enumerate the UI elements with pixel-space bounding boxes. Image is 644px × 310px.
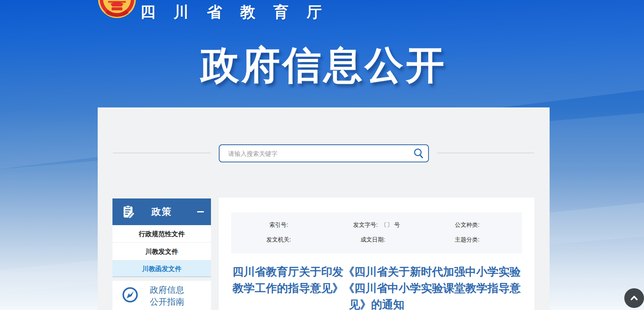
document-meta-box: 索引号: 发文字号: 〔〕 号 公文种类: 发文机关: 成文日期: 主题分类: [231, 212, 522, 253]
sidebar-section-guide[interactable]: 政府信息公开指南 [112, 281, 211, 310]
sidebar-guide-title: 政府信息公开指南 [150, 284, 188, 308]
compass-icon [121, 286, 139, 305]
sidebar-gap [112, 277, 211, 281]
divider-line [437, 153, 534, 153]
national-emblem-icon[interactable] [98, 0, 136, 19]
search-box [219, 144, 429, 162]
meta-issue-date: 成文日期: [330, 236, 424, 244]
national-emblem-graphic [98, 0, 136, 19]
sidebar-menu: 行政规范性文件 川教发文件 川教函发文件 [112, 225, 211, 277]
meta-value [483, 236, 487, 244]
meta-value [291, 221, 296, 229]
meta-label: 成文日期: [361, 236, 385, 244]
meta-value [388, 236, 392, 244]
meta-label: 发文字号: [353, 221, 378, 229]
meta-issuing-agency: 发文机关: [235, 236, 330, 244]
site-name[interactable]: 四川省教育厅 [140, 2, 340, 23]
search-icon [413, 148, 424, 159]
meta-document-number: 发文字号: 〔〕 号 [330, 221, 424, 229]
meta-label: 公文种类: [455, 221, 479, 229]
divider-line [113, 153, 211, 153]
document-title: 四川省教育厅关于印发《四川省关于新时代加强中小学实验教学工作的指导意见》《四川省… [229, 264, 525, 310]
sidebar-section-policy[interactable]: 政策 [112, 198, 211, 225]
policy-clipboard-icon [121, 204, 136, 221]
meta-index-number: 索引号: [235, 221, 330, 229]
sidebar-item-chuanjiaofa-wenjian[interactable]: 川教发文件 [112, 243, 211, 260]
content-panel: 政策 行政规范性文件 川教发文件 川教函发文件 政府信息公开指南 索引号: [98, 107, 550, 310]
meta-value [294, 236, 298, 244]
chevron-up-icon [629, 293, 639, 303]
sidebar-policy-title: 政策 [151, 205, 172, 218]
meta-subject-category: 主题分类: [424, 236, 518, 244]
back-to-top-button[interactable] [624, 288, 644, 308]
meta-label: 索引号: [269, 221, 288, 229]
meta-value: 〔〕 号 [381, 221, 400, 229]
meta-label: 主题分类: [455, 236, 479, 244]
minus-icon[interactable] [197, 211, 204, 212]
search-input[interactable] [220, 150, 409, 157]
document-card: 索引号: 发文字号: 〔〕 号 公文种类: 发文机关: 成文日期: 主题分类: [219, 198, 534, 310]
sidebar-item-xingzheng-guifanxing-wenjian[interactable]: 行政规范性文件 [112, 225, 211, 243]
meta-value [483, 221, 487, 229]
meta-document-type: 公文种类: [424, 221, 518, 229]
meta-label: 发文机关: [266, 236, 291, 244]
sidebar: 政策 行政规范性文件 川教发文件 川教函发文件 政府信息公开指南 [112, 198, 211, 310]
page-title: 政府信息公开 [98, 39, 550, 91]
sidebar-item-chuanjiaohanfa-wenjian[interactable]: 川教函发文件 [112, 260, 211, 277]
search-button[interactable] [409, 145, 428, 162]
